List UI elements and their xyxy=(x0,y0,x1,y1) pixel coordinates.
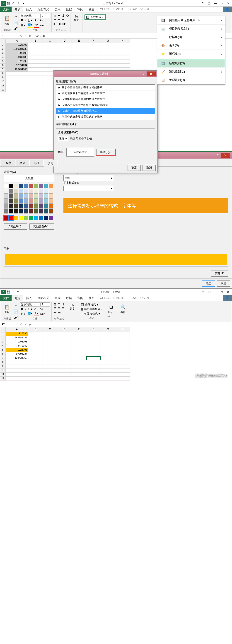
account-icon[interactable]: 👤 xyxy=(223,295,232,301)
color-swatch[interactable] xyxy=(4,216,8,220)
cells-button[interactable]: ⊞ 单元格 xyxy=(106,302,116,318)
row-header[interactable]: 9 xyxy=(0,364,6,368)
col-header-B[interactable]: B xyxy=(28,39,43,43)
pattern-style-select[interactable]: ▾ xyxy=(63,186,113,191)
color-swatch[interactable] xyxy=(14,194,18,198)
fill-color-button[interactable]: 🪣▾ xyxy=(27,312,33,316)
tab-remote[interactable]: OFFICE REMOTE xyxy=(97,295,127,301)
cell[interactable] xyxy=(28,43,43,47)
color-swatch[interactable] xyxy=(14,199,18,204)
cell[interactable] xyxy=(43,47,57,51)
color-swatch[interactable] xyxy=(24,204,28,208)
cell[interactable] xyxy=(57,368,72,372)
cell[interactable] xyxy=(86,336,101,340)
row-header[interactable]: 10 xyxy=(0,80,6,84)
other-colors-button[interactable]: 其他颜色(M)... xyxy=(30,224,54,230)
color-swatch[interactable] xyxy=(49,189,53,194)
color-swatch[interactable] xyxy=(49,204,53,208)
help-icon[interactable]: ? xyxy=(200,290,205,294)
cell[interactable] xyxy=(72,43,86,47)
col-header-A[interactable]: A xyxy=(6,39,28,43)
cell[interactable] xyxy=(115,43,130,47)
maximize-icon[interactable]: □ xyxy=(219,290,224,294)
cell[interactable] xyxy=(28,344,43,348)
account-icon[interactable]: 👤 xyxy=(223,6,232,12)
cell[interactable] xyxy=(57,344,72,348)
merge-icon[interactable]: ⊞▾ xyxy=(61,22,65,26)
row-header[interactable]: 7 xyxy=(0,68,6,72)
underline-button[interactable]: U ▾ xyxy=(28,18,33,22)
cell[interactable] xyxy=(6,368,28,372)
align-center-icon[interactable]: ≡ xyxy=(57,18,61,22)
cell[interactable] xyxy=(57,352,72,356)
color-swatch[interactable] xyxy=(24,189,28,194)
accept-formula-icon[interactable]: ✓ xyxy=(23,322,28,327)
format-painter-icon[interactable]: 🖌 xyxy=(14,316,18,319)
cell[interactable] xyxy=(28,377,43,381)
minimize-icon[interactable]: — xyxy=(213,290,218,294)
help-icon[interactable]: ? xyxy=(200,1,205,6)
cell[interactable]: 1928798 xyxy=(6,348,28,352)
align-top-icon[interactable]: ⬆ xyxy=(53,302,57,306)
cut-icon[interactable]: ✂ xyxy=(14,15,18,18)
cell[interactable] xyxy=(43,377,57,381)
align-center-icon[interactable]: ≡ xyxy=(57,306,61,310)
orientation-icon[interactable]: ⟲ xyxy=(65,14,69,18)
color-swatch[interactable] xyxy=(4,209,8,214)
color-swatch[interactable] xyxy=(24,216,28,220)
cell[interactable] xyxy=(115,352,130,356)
cancel-formula-icon[interactable]: ✕ xyxy=(18,34,23,38)
cell[interactable] xyxy=(28,72,43,76)
col-header-F[interactable]: F xyxy=(86,327,101,332)
col-header-F[interactable]: F xyxy=(86,39,101,43)
cell[interactable] xyxy=(28,372,43,377)
tab-review[interactable]: 审阅 xyxy=(75,6,86,12)
save-icon[interactable]: 💾 xyxy=(6,1,11,6)
row-header[interactable]: 3 xyxy=(0,340,6,344)
redo-icon[interactable]: ↷ xyxy=(16,290,21,294)
cell[interactable] xyxy=(6,88,28,92)
copy-icon[interactable]: 📄 xyxy=(14,21,18,24)
color-swatch[interactable] xyxy=(44,209,48,214)
tab-layout[interactable]: 页面布局 xyxy=(35,6,52,12)
cell[interactable] xyxy=(72,377,86,381)
cell[interactable] xyxy=(43,43,57,47)
cell[interactable] xyxy=(57,336,72,340)
dialog-titlebar[interactable]: 新建格式规则 ? ✕ xyxy=(54,70,157,77)
cell[interactable] xyxy=(86,372,101,377)
format-button[interactable]: 格式(F)... xyxy=(96,149,115,155)
cell[interactable] xyxy=(6,72,28,76)
fill-effects-button[interactable]: 填充效果(I)... xyxy=(4,224,27,230)
cell[interactable]: 1928798 xyxy=(6,43,28,47)
color-swatch[interactable] xyxy=(29,194,33,198)
cell[interactable] xyxy=(28,336,43,340)
cell[interactable] xyxy=(101,364,115,368)
cell[interactable] xyxy=(28,356,43,360)
cell[interactable] xyxy=(101,377,115,381)
color-swatch[interactable] xyxy=(29,189,33,194)
menu-manage-rules[interactable]: 📋 管理规则(R)... xyxy=(157,76,225,84)
tab-file[interactable]: 文件 xyxy=(0,6,12,12)
maximize-icon[interactable]: □ xyxy=(219,1,224,6)
cell[interactable] xyxy=(28,352,43,356)
row-header[interactable]: 5 xyxy=(0,60,6,64)
menu-icon-sets[interactable]: ⭐ 图标集(I) ▶ xyxy=(157,50,225,58)
cell[interactable] xyxy=(86,43,101,47)
decrease-font-icon[interactable]: A↓ xyxy=(39,18,44,22)
align-top-icon[interactable]: ⬆ xyxy=(53,14,57,18)
rule-type-list[interactable]: ▶基于各自值设置所有单元格的格式 ▶只为包含以下内容的单元格设置格式 ▶仅对排名… xyxy=(56,84,155,120)
color-swatch[interactable] xyxy=(39,204,43,208)
cell[interactable] xyxy=(115,356,130,360)
cell[interactable] xyxy=(43,344,57,348)
cell[interactable] xyxy=(115,332,130,336)
align-middle-icon[interactable]: ≡ xyxy=(57,302,61,306)
cell[interactable] xyxy=(72,348,86,352)
cell[interactable] xyxy=(28,84,43,88)
cell[interactable] xyxy=(101,336,115,340)
color-swatch[interactable] xyxy=(49,209,53,214)
col-header-D[interactable]: D xyxy=(57,327,72,332)
rule-type-1[interactable]: ▶只为包含以下内容的单元格设置格式 xyxy=(56,90,155,96)
color-swatch[interactable] xyxy=(44,204,48,208)
cell[interactable] xyxy=(28,68,43,72)
color-swatch[interactable] xyxy=(14,216,18,220)
